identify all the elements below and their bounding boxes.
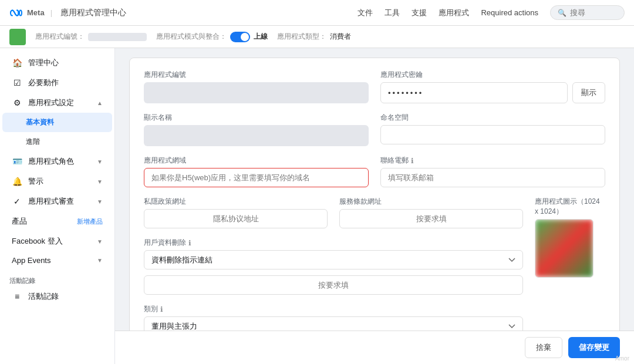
save-button[interactable]: 儲存變更 [568,337,620,358]
sidebar-item-app-review[interactable]: ✓ 應用程式審查 ▼ [2,191,112,211]
privacy-label: 私隱政策網址 [144,197,328,207]
form-group-app-id: 應用程式編號 [144,70,369,103]
sidebar-label-products: 產品 [12,216,27,227]
app-secret-input[interactable] [380,82,568,103]
sidebar-item-app-settings[interactable]: ⚙ 應用程式設定 ▲ [2,93,112,113]
meta-logo: Meta [9,8,45,17]
sidebar-label-basic-info: 基本資料 [26,117,54,127]
chevron-down-icon-review: ▼ [97,198,103,205]
user-data-select[interactable]: 資料刪除指示連結 [144,250,523,269]
top-nav-links: 文件 工具 支援 應用程式 Required actions 🔍 [358,5,625,20]
search-input[interactable] [570,8,617,17]
app-id-field-label: 應用程式編號 [144,70,369,80]
form-group-app-secret: 應用程式密鑰 顯示 [380,70,605,103]
watermark: Amor [615,355,629,362]
form-group-terms: 服務條款網址 [339,197,523,228]
app-id-value [88,33,147,41]
contact-email-hint-icon: ℹ [411,157,414,165]
page-layout: 🏠 管理中心 ☑ 必要動作 ⚙ 應用程式設定 ▲ 基本資料 進階 🪪 應用程式角… [0,48,634,364]
nav-tools[interactable]: 工具 [385,8,400,18]
terms-input[interactable] [339,209,523,228]
app-domain-input[interactable] [144,168,369,187]
sidebar-item-fb-login[interactable]: Facebook 登入 ▼ [2,231,112,251]
privacy-input[interactable] [144,209,328,228]
new-product-badge[interactable]: 新增產品 [77,217,103,226]
sidebar-item-app-roles[interactable]: 🪪 應用程式角色 ▼ [2,151,112,171]
bell-icon: 🔔 [12,176,22,187]
form-row-privacy-terms: 私隱政策網址 服務條款網址 [144,197,523,228]
user-data-hint-icon: ℹ [188,239,191,247]
id-icon: 🪪 [12,156,22,167]
contact-email-label: 聯絡電郵 ℹ [380,156,605,166]
category-hint-icon: ℹ [160,305,163,314]
sidebar-label-activity-log: 活動記錄 [28,291,59,302]
app-icon-image [535,220,593,277]
svg-point-0 [19,10,22,15]
user-data-url-input[interactable] [144,275,523,295]
category-label: 類別 ℹ [144,304,523,314]
show-secret-button[interactable]: 顯示 [572,82,605,103]
namespace-input[interactable] [380,125,605,144]
sidebar-item-app-events[interactable]: App Events ▼ [2,251,112,269]
nav-apps[interactable]: 應用程式 [439,8,469,18]
search-box[interactable]: 🔍 [550,5,625,20]
app-type-value: 消費者 [330,32,351,42]
search-icon: 🔍 [558,9,566,17]
cancel-button[interactable]: 捨棄 [525,337,562,358]
sidebar-label-required: 必要動作 [28,77,59,88]
app-id-field-value [144,82,369,103]
sub-header: 應用程式編號： 應用程式模式與整合： 上線 應用程式類型： 消費者 [0,26,634,48]
terms-label: 服務條款網址 [339,197,523,207]
form-row-privacy-terms-icon: 私隱政策網址 服務條款網址 用戶資料刪除 ℹ [144,197,605,336]
chevron-down-icon-alerts: ▼ [97,178,103,185]
sidebar-item-dashboard[interactable]: 🏠 管理中心 [2,53,112,73]
form-row-domain-email: 應用程式網域 聯絡電郵 ℹ [144,156,605,187]
chevron-down-icon-events: ▼ [97,257,103,264]
sidebar-label-fb-login: Facebook 登入 [12,236,63,247]
sidebar-label-alerts: 警示 [28,176,43,187]
form-group-privacy: 私隱政策網址 [144,197,328,228]
app-color-indicator [9,29,26,45]
gear-icon: ⚙ [12,97,22,108]
sidebar-item-products[interactable]: 產品 新增產品 [2,211,112,231]
sidebar-label-app-roles: 應用程式角色 [28,156,74,167]
display-name-label: 顯示名稱 [144,113,369,123]
top-navigation: Meta | 應用程式管理中心 文件 工具 支援 應用程式 Required a… [0,0,634,26]
app-id-item: 應用程式編號： [35,32,147,42]
form-group-app-domain: 應用程式網域 [144,156,369,187]
app-type-item: 應用程式類型： 消費者 [277,32,351,42]
nav-support[interactable]: 支援 [412,8,427,18]
app-mode-item: 應用程式模式與整合： 上線 [156,32,268,42]
sidebar-item-advanced[interactable]: 進階 [2,132,112,151]
app-secret-label: 應用程式密鑰 [380,70,605,80]
sidebar-item-alerts[interactable]: 🔔 警示 ▼ [2,171,112,191]
sidebar-item-activity-log[interactable]: ≡ 活動記錄 [2,287,112,306]
app-domain-label: 應用程式網域 [144,156,369,166]
form-row-display-name-ns: 顯示名稱 命名空間 [144,113,605,146]
form-group-user-data: 用戶資料刪除 ℹ 資料刪除指示連結 [144,238,523,295]
namespace-label: 命名空間 [380,113,605,123]
home-icon: 🏠 [12,58,22,68]
form-group-app-icon: 應用程式圖示（1024 x 1024） [535,197,605,336]
sidebar-label-app-settings: 應用程式設定 [28,97,74,108]
chevron-down-icon-fb: ▼ [97,238,103,245]
app-secret-row: 顯示 [380,82,605,103]
contact-email-input[interactable] [380,168,605,187]
bottom-action-bar: 捨棄 儲存變更 [115,331,634,364]
mode-toggle[interactable] [230,32,250,42]
sidebar-item-required[interactable]: ☑ 必要動作 [2,73,112,93]
form-group-contact-email: 聯絡電郵 ℹ [380,156,605,187]
sidebar-label-advanced: 進階 [26,137,40,147]
display-name-value [144,125,369,146]
sidebar-label-app-events: App Events [12,256,51,265]
app-icon-label: 應用程式圖示（1024 x 1024） [535,197,605,217]
nav-docs[interactable]: 文件 [358,8,373,18]
nav-required-actions[interactable]: Required actions [481,8,538,17]
app-id-label: 應用程式編號： [35,32,85,42]
sidebar: 🏠 管理中心 ☑ 必要動作 ⚙ 應用程式設定 ▲ 基本資料 進階 🪪 應用程式角… [0,48,115,364]
sidebar-item-basic-info[interactable]: 基本資料 [2,113,112,132]
list-icon: ≡ [12,291,22,302]
app-icon-preview[interactable] [535,219,593,278]
form-group-namespace: 命名空間 [380,113,605,146]
form-row-app-id-secret: 應用程式編號 應用程式密鑰 顯示 [144,70,605,103]
